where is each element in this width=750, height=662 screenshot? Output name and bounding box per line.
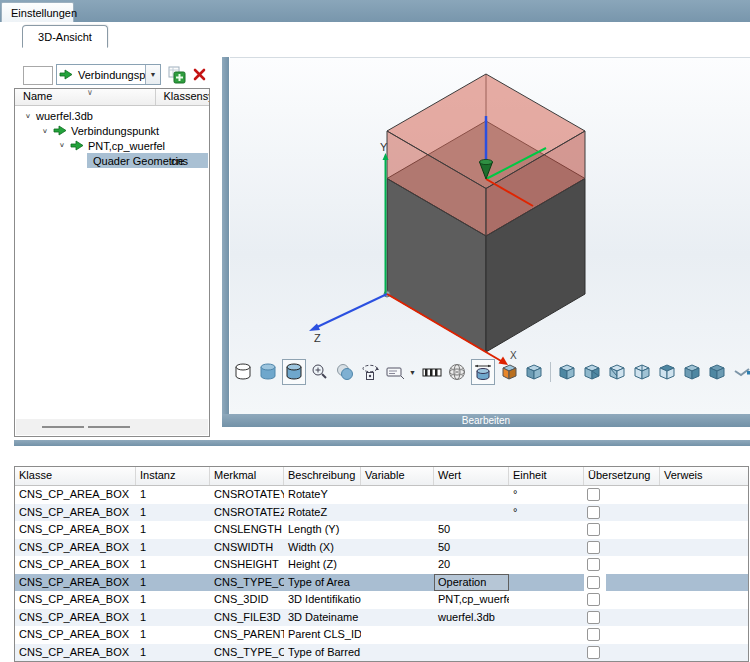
cell-verweis[interactable] [660, 486, 748, 504]
cell-merkmal[interactable]: CNS_PARENT_C... [210, 626, 284, 644]
cell-einheit[interactable] [509, 556, 584, 574]
tree-item-quader-geometrie[interactable]: Quader Geometrie cns [87, 153, 208, 168]
view-cube-5-icon[interactable] [656, 360, 678, 384]
table-row[interactable]: CNS_CP_AREA_BOX 1 CNSROTATEZ RotateZ ° [15, 504, 748, 522]
cell-wert[interactable] [434, 644, 509, 662]
uebersetzung-checkbox[interactable] [587, 628, 600, 641]
cell-variable[interactable] [361, 644, 434, 662]
tree-column-klassensystem[interactable]: Klassensy [156, 89, 209, 105]
cell-verweis[interactable] [660, 539, 748, 557]
uebersetzung-checkbox[interactable] [587, 541, 600, 554]
cell-einheit[interactable]: ° [509, 486, 584, 504]
cell-wert[interactable] [434, 504, 509, 522]
shaded-edges-cylinder-icon[interactable] [282, 359, 306, 385]
cell-wert[interactable] [434, 486, 509, 504]
cell-einheit[interactable] [509, 521, 584, 539]
cell-variable[interactable] [361, 504, 434, 522]
cell-wert[interactable]: PNT,cp_wuerfel [434, 591, 509, 609]
cell-merkmal[interactable]: CNS_TYPE_OF_... [210, 574, 284, 592]
expander-icon[interactable]: ∨ [56, 142, 68, 149]
cell-beschreibung[interactable]: 3D Identifikation [284, 591, 361, 609]
measure-label-icon[interactable] [384, 360, 406, 384]
column-einheit[interactable]: Einheit [509, 467, 584, 485]
cell-merkmal[interactable]: CNS_3DID [210, 591, 284, 609]
tree-item-pnt-cp-wuerfel[interactable]: ∨ PNT,cp_wuerfel [16, 138, 208, 153]
view-cube-2-icon[interactable] [581, 360, 603, 384]
table-row[interactable]: CNS_CP_AREA_BOX 1 CNS_FILE3D 3D Dateinam… [15, 609, 748, 627]
cell-klasse[interactable]: CNS_CP_AREA_BOX [15, 521, 136, 539]
table-row[interactable]: CNS_CP_AREA_BOX 1 CNS_PARENT_C... Parent… [15, 626, 748, 644]
view-cube-4-icon[interactable] [631, 360, 653, 384]
cell-instanz[interactable]: 1 [136, 574, 210, 592]
cell-merkmal[interactable]: CNS_FILE3D [210, 609, 284, 627]
cell-variable[interactable] [361, 609, 434, 627]
cell-verweis[interactable] [660, 609, 748, 627]
cell-beschreibung[interactable]: RotateY [284, 486, 361, 504]
cell-beschreibung[interactable]: Parent CLS_ID I... [284, 626, 361, 644]
horizontal-splitter[interactable] [14, 440, 750, 446]
cell-einheit[interactable] [509, 591, 584, 609]
uebersetzung-checkbox[interactable] [587, 611, 600, 624]
table-row[interactable]: CNS_CP_AREA_BOX 1 CNS_TYPE_OF_... Type o… [15, 644, 748, 662]
cell-merkmal[interactable]: CNSLENGTH [210, 521, 284, 539]
view-cube-6-icon[interactable] [681, 360, 703, 384]
column-merkmal[interactable]: Merkmal [210, 467, 284, 485]
delete-button[interactable] [190, 65, 208, 84]
mesh-sphere-icon[interactable] [446, 360, 468, 384]
connection-type-combobox[interactable]: Verbindungspunkt ▼ [56, 64, 161, 85]
cell-merkmal[interactable]: CNS_TYPE_OF_... [210, 644, 284, 662]
cell-klasse[interactable]: CNS_CP_AREA_BOX [15, 644, 136, 662]
column-klasse[interactable]: Klasse [15, 467, 136, 485]
tree-item-verbindungspunkt[interactable]: ∨ Verbindungspunkt [16, 123, 208, 138]
cell-verweis[interactable] [660, 521, 748, 539]
cell-instanz[interactable]: 1 [136, 556, 210, 574]
direction-check-icon[interactable] [731, 360, 750, 384]
table-row[interactable]: CNS_CP_AREA_BOX 1 CNS_3DID 3D Identifika… [15, 591, 748, 609]
uebersetzung-checkbox[interactable] [587, 646, 600, 659]
column-uebersetzung[interactable]: Übersetzung [584, 467, 660, 485]
view-cube-7-icon[interactable] [706, 360, 728, 384]
cell-verweis[interactable] [660, 556, 748, 574]
view-cube-1-icon[interactable] [556, 360, 578, 384]
cell-instanz[interactable]: 1 [136, 591, 210, 609]
fit-dimension-icon[interactable] [471, 359, 495, 385]
cell-instanz[interactable]: 1 [136, 626, 210, 644]
column-instanz[interactable]: Instanz [136, 467, 210, 485]
combobox-dropdown-button[interactable]: ▼ [145, 65, 160, 84]
cell-merkmal[interactable]: CNSROTATEY [210, 486, 284, 504]
cell-wert[interactable]: 50 [434, 521, 509, 539]
cell-variable[interactable] [361, 521, 434, 539]
column-beschreibung[interactable]: Beschreibung [284, 467, 361, 485]
cell-klasse[interactable]: CNS_CP_AREA_BOX [15, 591, 136, 609]
ruler-icon[interactable] [421, 360, 443, 384]
table-row[interactable]: CNS_CP_AREA_BOX 1 CNS_TYPE_OF_... Type o… [15, 574, 748, 592]
cell-verweis[interactable] [660, 644, 748, 662]
tab-einstellungen[interactable]: Einstellungen [1, 2, 74, 22]
table-row[interactable]: CNS_CP_AREA_BOX 1 CNSWIDTH Width (X) 50 [15, 539, 748, 557]
cell-beschreibung[interactable]: RotateZ [284, 504, 361, 522]
tree-column-name[interactable]: Name ∨ [15, 89, 156, 105]
edit-bar[interactable]: Bearbeiten [222, 414, 750, 427]
table-row[interactable]: CNS_CP_AREA_BOX 1 CNSHEIGHT Height (Z) 2… [15, 556, 748, 574]
rotate-view-icon[interactable] [359, 360, 381, 384]
cell-instanz[interactable]: 1 [136, 539, 210, 557]
cell-klasse[interactable]: CNS_CP_AREA_BOX [15, 556, 136, 574]
cell-verweis[interactable] [660, 504, 748, 522]
view-cube-3-icon[interactable] [606, 360, 628, 384]
column-wert[interactable]: Wert [434, 467, 509, 485]
3d-viewport[interactable]: Y Z X ▼ [230, 57, 750, 414]
cell-instanz[interactable]: 1 [136, 609, 210, 627]
column-verweis[interactable]: Verweis [660, 467, 748, 485]
cell-variable[interactable] [361, 574, 434, 592]
shaded-cylinder-icon[interactable] [257, 360, 279, 384]
cut-view-icon[interactable] [498, 360, 520, 384]
tab-3d-ansicht[interactable]: 3D-Ansicht [22, 25, 108, 48]
cell-beschreibung[interactable]: Type of Area [284, 574, 361, 592]
cell-einheit[interactable] [509, 539, 584, 557]
expander-icon[interactable]: ∨ [39, 127, 51, 134]
table-row[interactable]: CNS_CP_AREA_BOX 1 CNSLENGTH Length (Y) 5… [15, 521, 748, 539]
uebersetzung-checkbox[interactable] [587, 506, 600, 519]
cell-einheit[interactable] [509, 609, 584, 627]
tree-item-wuerfel[interactable]: ∨ wuerfel.3db [16, 108, 208, 123]
cell-einheit[interactable] [509, 574, 584, 592]
